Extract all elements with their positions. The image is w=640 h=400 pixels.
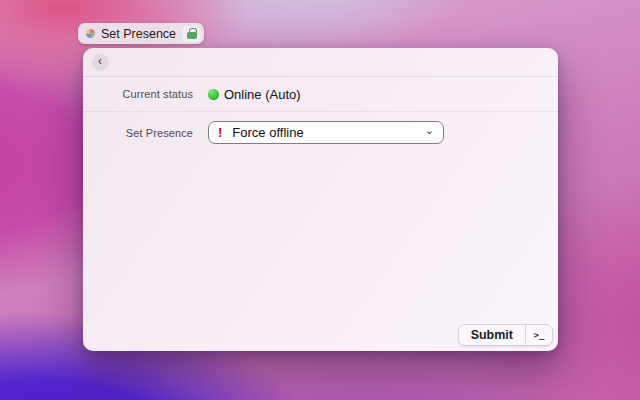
terminal-prompt-icon: >_ bbox=[534, 330, 545, 340]
submit-button[interactable]: Submit bbox=[459, 325, 525, 345]
back-button[interactable]: ‹ bbox=[92, 54, 109, 71]
window-header: ‹ bbox=[83, 48, 558, 77]
set-presence-control: ! Force offline ⌄ bbox=[208, 121, 444, 144]
set-presence-row: Set Presence ! Force offline ⌄ bbox=[83, 121, 558, 144]
current-status-value: Online (Auto) bbox=[224, 87, 301, 102]
tab-title: Set Presence bbox=[101, 27, 176, 41]
current-status-row: Current status Online (Auto) bbox=[83, 77, 558, 112]
current-status-label: Current status bbox=[98, 88, 193, 100]
lock-icon bbox=[182, 26, 201, 42]
app-favicon-icon bbox=[86, 29, 95, 38]
current-status-value-group: Online (Auto) bbox=[208, 87, 301, 102]
set-presence-label: Set Presence bbox=[98, 127, 193, 139]
warning-icon: ! bbox=[218, 125, 222, 140]
footer-button-group: Submit >_ bbox=[458, 324, 553, 346]
set-presence-window: ‹ Current status Online (Auto) Set Prese… bbox=[83, 48, 558, 351]
terminal-button[interactable]: >_ bbox=[525, 325, 552, 345]
window-tab[interactable]: Set Presence bbox=[78, 23, 204, 44]
chevron-down-icon: ⌄ bbox=[425, 128, 434, 132]
presence-select-value: Force offline bbox=[232, 125, 303, 140]
lock-glyph bbox=[187, 32, 197, 39]
presence-select[interactable]: ! Force offline ⌄ bbox=[208, 121, 444, 144]
online-status-dot-icon bbox=[208, 89, 219, 100]
